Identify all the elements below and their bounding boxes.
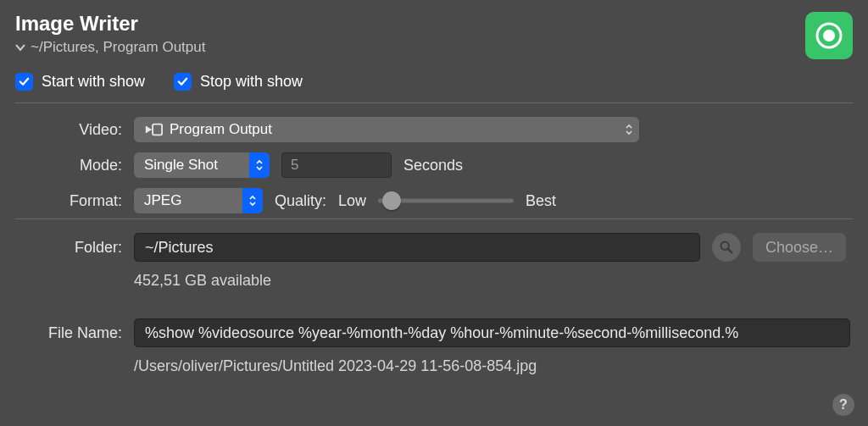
panel-subtitle: ~/Pictures, Program Output — [31, 39, 205, 56]
stop-with-show-option[interactable]: Stop with show — [174, 73, 303, 91]
choose-folder-button[interactable]: Choose… — [753, 233, 846, 262]
disk-available: 452,51 GB available — [134, 272, 271, 290]
stop-with-show-label: Stop with show — [200, 73, 303, 91]
interval-field[interactable]: 5 — [281, 152, 392, 178]
checkmark-icon — [176, 75, 189, 88]
interval-unit: Seconds — [403, 157, 463, 174]
quality-best-label: Best — [526, 192, 556, 210]
video-source-dropdown[interactable]: Program Output — [134, 117, 639, 142]
format-dropdown[interactable]: JPEG — [134, 188, 263, 213]
checkmark-icon — [18, 75, 31, 88]
reveal-folder-button[interactable] — [712, 233, 741, 262]
updown-icon — [249, 152, 270, 178]
format-value: JPEG — [144, 192, 181, 209]
mode-dropdown[interactable]: Single Shot — [134, 152, 270, 178]
svg-line-4 — [728, 249, 732, 253]
quality-label: Quality: — [275, 192, 326, 210]
chevron-down-icon — [15, 41, 25, 54]
record-status-badge[interactable] — [805, 12, 853, 59]
filename-label: File Name: — [15, 324, 134, 342]
updown-icon — [619, 117, 639, 142]
slider-thumb[interactable] — [382, 191, 401, 210]
start-with-show-option[interactable]: Start with show — [15, 73, 145, 91]
choose-label: Choose… — [765, 239, 833, 257]
video-source-value: Program Output — [170, 121, 272, 138]
panel-title: Image Writer — [15, 12, 853, 36]
start-with-show-checkbox[interactable] — [15, 73, 33, 91]
mode-label: Mode: — [15, 157, 134, 174]
updown-icon — [242, 188, 263, 213]
record-icon — [815, 21, 843, 50]
video-label: Video: — [15, 121, 134, 139]
help-glyph: ? — [839, 397, 848, 412]
start-with-show-label: Start with show — [42, 73, 145, 91]
help-button[interactable]: ? — [832, 394, 854, 416]
folder-label: Folder: — [15, 239, 134, 257]
interval-value: 5 — [291, 157, 298, 174]
filename-field[interactable]: %show %videosource %year-%month-%day %ho… — [134, 318, 850, 347]
quality-slider[interactable] — [378, 192, 514, 209]
quality-low-label: Low — [338, 192, 366, 210]
resolved-path: /Users/oliver/Pictures/Untitled 2023-04-… — [134, 357, 537, 375]
magnify-icon — [719, 240, 734, 255]
svg-rect-2 — [153, 124, 162, 136]
panel-subtitle-row[interactable]: ~/Pictures, Program Output — [15, 39, 853, 56]
program-output-icon — [144, 123, 163, 136]
svg-point-1 — [823, 30, 835, 41]
filename-value: %show %videosource %year-%month-%day %ho… — [145, 324, 738, 342]
format-label: Format: — [15, 192, 134, 210]
mode-value: Single Shot — [144, 157, 218, 174]
folder-field[interactable]: ~/Pictures — [134, 233, 700, 262]
folder-value: ~/Pictures — [145, 239, 214, 257]
stop-with-show-checkbox[interactable] — [174, 73, 192, 91]
